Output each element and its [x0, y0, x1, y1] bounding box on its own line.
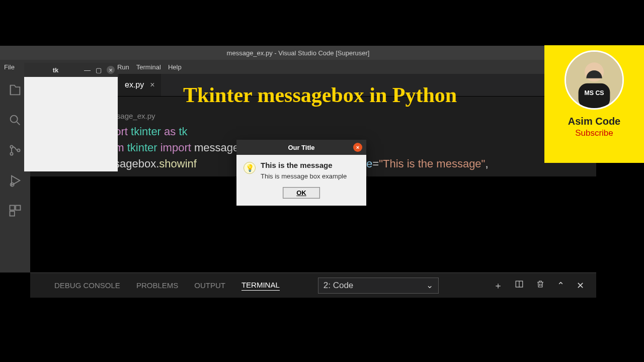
chevron-up-icon[interactable]: ⌃ [557, 280, 565, 291]
bottom-panel: DEBUG CONSOLE PROBLEMS OUTPUT TERMINAL 2… [30, 273, 596, 298]
info-icon: 💡 [244, 162, 256, 174]
chevron-down-icon: ⌄ [426, 280, 433, 291]
terminal-selector[interactable]: 2: Code ⌄ [318, 278, 439, 294]
messagebox-dialog[interactable]: Our Title × 💡 This is the message This i… [236, 140, 366, 206]
tab-label: ex.py [125, 80, 144, 89]
messagebox-title: Our Title [250, 144, 353, 151]
terminal-selector-label: 2: Code [324, 281, 354, 291]
search-icon[interactable] [8, 113, 22, 127]
code-line-1: port tkinter as tk [109, 124, 590, 140]
menu-help[interactable]: Help [168, 63, 182, 71]
avatar: MS CS [565, 50, 624, 110]
svg-rect-7 [10, 211, 15, 216]
split-terminal-icon[interactable] [515, 280, 524, 291]
extensions-icon[interactable] [8, 204, 22, 218]
svg-rect-5 [10, 206, 15, 210]
messagebox-heading: This is the message [261, 161, 347, 169]
tk-title-text: tk [27, 66, 84, 74]
close-panel-icon[interactable]: ✕ [577, 280, 584, 291]
maximize-icon[interactable]: ▢ [96, 66, 102, 74]
tk-client-area [24, 77, 118, 171]
svg-text:MS CS: MS CS [585, 89, 604, 97]
menu-terminal[interactable]: Terminal [136, 63, 161, 71]
svg-point-1 [10, 145, 13, 148]
subscribe-text[interactable]: Subscribe [575, 128, 613, 138]
svg-rect-6 [16, 206, 20, 210]
minimize-icon[interactable]: — [84, 66, 91, 74]
new-terminal-icon[interactable]: ＋ [494, 280, 503, 292]
tk-titlebar[interactable]: tk — ▢ × [24, 63, 118, 77]
menu-run[interactable]: Run [117, 63, 129, 71]
panel-output[interactable]: OUTPUT [194, 281, 225, 290]
close-icon[interactable]: × [353, 143, 362, 152]
trash-icon[interactable] [536, 280, 545, 291]
vscode-titlebar: message_ex.py - Visual Studio Code [Supe… [0, 46, 596, 60]
ok-button[interactable]: OK [283, 187, 320, 199]
svg-point-2 [10, 152, 13, 155]
menu-file[interactable]: File [4, 63, 15, 71]
run-debug-icon[interactable] [8, 173, 22, 188]
youtube-channel-card[interactable]: MS CS Asim Code Subscribe [544, 45, 644, 163]
panel-problems[interactable]: PROBLEMS [136, 281, 178, 290]
close-icon[interactable]: × [107, 66, 115, 74]
source-control-icon[interactable] [8, 143, 22, 157]
svg-point-0 [11, 116, 18, 123]
close-icon[interactable]: × [150, 80, 154, 89]
svg-point-3 [17, 149, 20, 151]
explorer-icon[interactable] [8, 83, 22, 97]
window-title: message_ex.py - Visual Studio Code [Supe… [227, 49, 370, 57]
video-overlay-title: Tkinter messagebox in Python [183, 83, 457, 107]
channel-name: Asim Code [568, 116, 620, 127]
tk-root-window[interactable]: tk — ▢ × [24, 63, 118, 171]
panel-terminal[interactable]: TERMINAL [242, 281, 280, 291]
tab-message-ex[interactable]: ex.py × [119, 74, 161, 96]
breadcrumb: essage_ex.py [109, 111, 590, 122]
messagebox-detail: This is message box example [261, 172, 347, 180]
messagebox-titlebar[interactable]: Our Title × [236, 140, 366, 155]
panel-debug-console[interactable]: DEBUG CONSOLE [54, 281, 120, 290]
messagebox-body: 💡 This is the message This is message bo… [236, 155, 366, 206]
